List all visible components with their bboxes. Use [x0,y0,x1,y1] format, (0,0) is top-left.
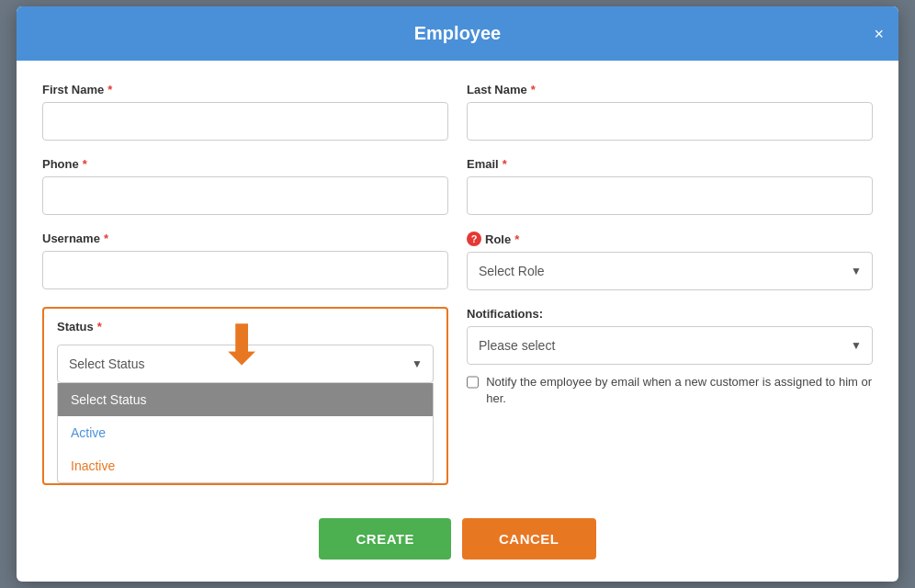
dropdown-item-select-status[interactable]: Select Status [58,383,433,416]
first-name-label: First Name* [42,83,448,96]
status-label: Status* [57,320,102,334]
phone-input[interactable] [42,176,448,215]
status-section: Status* Select Status Active Inactive ▼ [42,307,448,485]
row-username-role: Username* ? Role* Select Role ▼ [42,232,873,290]
modal-body: First Name* Last Name* Phone* [17,61,898,503]
modal-header: Employee × [17,6,898,61]
modal-footer: CREATE CANCEL [17,503,898,582]
role-group: ? Role* Select Role ▼ [467,232,873,290]
row-name: First Name* Last Name* [42,83,873,141]
role-select[interactable]: Select Role [467,252,873,290]
cancel-button[interactable]: CANCEL [462,518,596,560]
notify-text: Notify the employee by email when a new … [486,374,873,407]
phone-group: Phone* [42,157,448,215]
notifications-group: Notifications: Please select ▼ Notify th… [467,307,873,407]
help-icon[interactable]: ? [467,232,481,246]
notifications-col: Notifications: Please select ▼ Notify th… [467,307,873,407]
employee-modal: Employee × First Name* Last Name* [17,6,898,582]
status-select[interactable]: Select Status Active Inactive [57,345,434,383]
notify-checkbox[interactable] [467,376,479,389]
role-label: ? Role* [467,232,873,246]
username-group: Username* [42,232,448,290]
last-name-group: Last Name* [467,83,873,141]
row-contact: Phone* Email* [42,157,873,215]
role-select-wrapper: Select Role ▼ [467,252,873,290]
first-name-group: First Name* [42,83,448,141]
last-name-label: Last Name* [467,83,873,96]
phone-label: Phone* [42,157,448,171]
status-col: Status* Select Status Active Inactive ▼ [42,307,448,485]
status-label-row: Status* [57,320,434,339]
email-label: Email* [467,157,873,171]
username-label: Username* [42,232,448,245]
status-select-wrapper: Select Status Active Inactive ▼ [57,345,434,383]
status-dropdown-list: Select Status Active Inactive [57,383,434,483]
modal-overlay: Employee × First Name* Last Name* [0,0,915,588]
row-status-notifications: Status* Select Status Active Inactive ▼ [42,307,873,485]
modal-title: Employee [414,23,501,43]
close-button[interactable]: × [874,26,884,42]
notifications-label: Notifications: [467,307,873,321]
first-name-input[interactable] [42,102,448,141]
notify-checkbox-row: Notify the employee by email when a new … [467,374,873,407]
dropdown-item-active[interactable]: Active [58,416,433,449]
last-name-input[interactable] [467,102,873,141]
email-input[interactable] [467,176,873,215]
dropdown-item-inactive[interactable]: Inactive [58,449,433,482]
username-input[interactable] [42,251,448,289]
notifications-select-wrapper: Please select ▼ [467,326,873,365]
email-group: Email* [467,157,873,215]
create-button[interactable]: CREATE [319,518,451,560]
notifications-select[interactable]: Please select [467,326,873,365]
